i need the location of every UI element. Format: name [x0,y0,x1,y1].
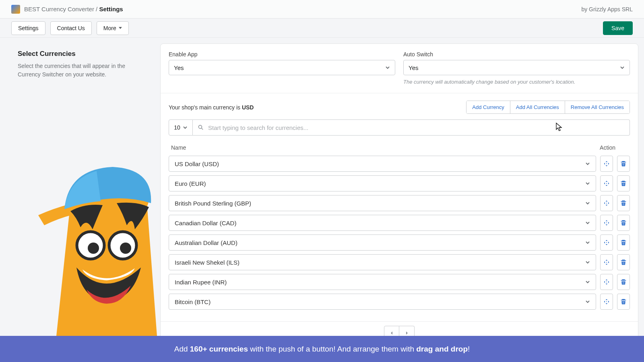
currency-row[interactable]: Canadian Dollar (CAD) [169,215,596,231]
auto-switch-help: The currency will automatically change b… [403,78,630,86]
enable-app-select[interactable]: Yes [169,60,395,75]
chevron-down-icon [585,240,590,245]
drag-handle-button[interactable] [600,254,613,270]
col-name: Name [171,144,186,151]
search-icon [198,124,204,131]
drag-handle-button[interactable] [600,234,613,251]
app-logo [11,5,20,14]
chevron-down-icon [585,260,590,265]
chevron-down-icon [585,280,590,284]
contact-button[interactable]: Contact Us [50,21,92,35]
chevron-down-icon [620,65,625,70]
chevron-down-icon [119,27,122,29]
currency-name: Bitcoin (BTC) [175,298,211,305]
main-currency-text: Your shop's main currency is USD [169,104,254,111]
page-title: Settings [99,6,123,12]
trash-icon [620,220,627,226]
add-all-currencies-button[interactable]: Add All Currencies [510,101,565,113]
currency-actions: Add Currency Add All Currencies Remove A… [466,101,630,114]
currency-row[interactable]: Israeli New Shekel (ILS) [169,254,596,270]
move-icon [603,239,610,246]
trash-icon [620,259,627,265]
delete-button[interactable] [617,254,630,270]
drag-handle-button[interactable] [600,215,613,231]
currency-row[interactable]: Australian Dollar (AUD) [169,234,596,251]
currency-row[interactable]: US Dollar (USD) [169,156,596,172]
currency-row[interactable]: Bitcoin (BTC) [169,294,596,310]
delete-button[interactable] [617,156,630,172]
sidebar-desc: Select the currencies that will appear i… [18,62,148,79]
topbar: BEST Currency Converter / Settings by Gr… [0,0,644,19]
delete-button[interactable] [617,274,630,290]
chevron-down-icon [385,65,390,70]
delete-button[interactable] [617,175,630,191]
sidebar-title: Select Currencies [18,50,148,58]
chevron-down-icon [585,161,590,166]
currency-name: British Pound Sterling (GBP) [175,200,251,207]
move-icon [603,200,610,206]
trash-icon [620,200,627,206]
breadcrumb: BEST Currency Converter / Settings [24,6,123,12]
move-icon [603,298,610,305]
currency-name: US Dollar (USD) [175,160,219,167]
currency-name: Israeli New Shekel (ILS) [175,259,239,266]
currency-row[interactable]: Euro (EUR) [169,175,596,191]
enable-app-label: Enable App [169,51,395,58]
auto-switch-select[interactable]: Yes [403,60,630,75]
chevron-down-icon [585,299,590,304]
trash-icon [620,279,627,285]
col-action: Action [600,144,615,151]
app-name[interactable]: BEST Currency Converter [24,6,94,12]
drag-handle-button[interactable] [600,294,613,310]
more-button[interactable]: More [97,21,129,35]
promo-banner: Add 160+ currencies with the push of a b… [0,336,644,362]
move-icon [603,279,610,285]
trash-icon [620,298,627,305]
delete-button[interactable] [617,195,630,211]
delete-button[interactable] [617,294,630,310]
remove-all-currencies-button[interactable]: Remove All Currencies [565,101,630,113]
move-icon [603,180,610,187]
move-icon [603,220,610,226]
currency-row[interactable]: British Pound Sterling (GBP) [169,195,596,211]
save-button[interactable]: Save [603,21,633,35]
drag-handle-button[interactable] [600,195,613,211]
delete-button[interactable] [617,234,630,251]
chevron-down-icon [183,125,188,130]
currency-row[interactable]: Indian Rupee (INR) [169,274,596,290]
settings-card: Enable App Yes Auto Switch Yes The curre… [160,43,638,341]
toolbar: Settings Contact Us More Save [0,19,644,38]
move-icon [603,259,610,265]
per-page-select[interactable]: 10 [169,119,193,136]
drag-handle-button[interactable] [600,274,613,290]
currency-name: Indian Rupee (INR) [175,279,227,286]
currency-name: Australian Dollar (AUD) [175,239,237,246]
currency-name: Euro (EUR) [175,180,206,187]
trash-icon [620,239,627,246]
chevron-down-icon [585,201,590,206]
sidebar: Select Currencies Select the currencies … [0,38,160,341]
move-icon [603,160,610,167]
trash-icon [620,180,627,187]
chevron-down-icon [585,181,590,186]
chevron-down-icon [585,220,590,225]
currency-search-input[interactable] [208,124,625,131]
drag-handle-button[interactable] [600,156,613,172]
drag-handle-button[interactable] [600,175,613,191]
delete-button[interactable] [617,215,630,231]
settings-button[interactable]: Settings [11,21,45,35]
trash-icon [620,160,627,167]
byline: by Grizzly Apps SRL [581,6,633,12]
auto-switch-label: Auto Switch [403,51,630,58]
currency-name: Canadian Dollar (CAD) [175,220,236,226]
add-currency-button[interactable]: Add Currency [466,101,510,113]
